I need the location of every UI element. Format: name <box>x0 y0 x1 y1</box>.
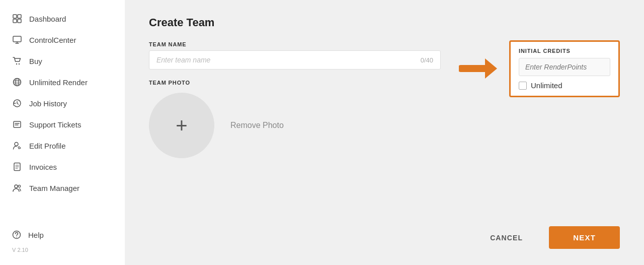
sidebar-item-buy[interactable]: Buy <box>0 50 125 72</box>
svg-rect-0 <box>13 15 17 18</box>
svg-point-6 <box>19 63 20 64</box>
sidebar-item-controlcenter[interactable]: ControlCenter <box>0 29 125 50</box>
sidebar-item-invoices[interactable]: Invoices <box>0 156 125 177</box>
sidebar-item-team-manager[interactable]: Team Manager <box>0 177 125 198</box>
cart-icon <box>12 56 22 66</box>
svg-point-13 <box>18 185 20 187</box>
sidebar-item-unlimited-render[interactable]: Unlimited Render <box>0 72 125 93</box>
sidebar-item-label: Buy <box>29 57 42 65</box>
remove-photo-button[interactable]: Remove Photo <box>230 121 284 130</box>
sidebar-item-edit-profile[interactable]: Edit Profile <box>0 135 125 156</box>
arrow-icon <box>459 54 499 83</box>
sidebar-item-job-history[interactable]: Job History <box>0 93 125 114</box>
next-button[interactable]: NEXT <box>549 226 620 249</box>
svg-rect-9 <box>14 121 21 127</box>
unlimited-label: Unlimited <box>531 81 562 90</box>
unlimited-checkbox[interactable] <box>519 82 527 90</box>
svg-point-12 <box>15 185 18 188</box>
svg-rect-2 <box>13 19 17 23</box>
svg-rect-3 <box>18 19 21 23</box>
sidebar-item-label: Edit Profile <box>29 142 66 150</box>
sidebar-item-label: Invoices <box>29 163 57 171</box>
sidebar-item-label: Support Tickets <box>29 120 81 129</box>
document-icon <box>12 162 22 172</box>
globe-icon <box>12 77 22 87</box>
sidebar-item-label: ControlCenter <box>29 36 76 44</box>
page-title: Create Team <box>149 16 620 29</box>
team-name-input[interactable] <box>156 56 421 64</box>
sidebar-version: V 2.10 <box>0 245 125 257</box>
svg-point-15 <box>16 237 17 238</box>
svg-rect-1 <box>18 15 21 18</box>
credits-box: INITIAL CREDITS Unlimited <box>509 40 620 97</box>
user-edit-icon <box>12 141 22 151</box>
team-name-field-wrapper: 0/40 <box>149 50 441 70</box>
svg-rect-4 <box>13 36 21 42</box>
sidebar-item-label: Unlimited Render <box>29 78 88 87</box>
svg-marker-16 <box>485 58 497 79</box>
credits-area: INITIAL CREDITS Unlimited <box>459 40 620 97</box>
sidebar: Dashboard ControlCenter Buy <box>0 0 125 265</box>
sidebar-item-label: Dashboard <box>29 15 66 23</box>
char-count: 0/40 <box>421 56 433 64</box>
main-content: Create Team TEAM NAME 0/40 TEAM PHOTO + … <box>125 0 644 265</box>
cancel-button[interactable]: CANCEL <box>480 228 533 248</box>
plus-icon: + <box>176 114 187 137</box>
sidebar-item-label: Team Manager <box>29 184 79 192</box>
credits-box-label: INITIAL CREDITS <box>519 48 610 54</box>
grid-icon <box>12 14 22 24</box>
photo-row: + Remove Photo <box>149 93 620 158</box>
unlimited-row: Unlimited <box>519 81 610 90</box>
monitor-icon <box>12 35 22 45</box>
credits-input[interactable] <box>519 58 610 76</box>
sidebar-item-help[interactable]: Help <box>0 225 125 245</box>
sidebar-help-label: Help <box>28 231 44 239</box>
photo-upload-circle[interactable]: + <box>149 93 214 158</box>
list-icon <box>12 119 22 129</box>
users-icon <box>12 183 22 193</box>
sidebar-item-support-tickets[interactable]: Support Tickets <box>0 114 125 135</box>
svg-point-10 <box>15 143 18 146</box>
svg-point-5 <box>16 63 17 64</box>
help-icon <box>12 230 21 239</box>
history-icon <box>12 98 22 108</box>
footer-buttons: CANCEL NEXT <box>480 226 620 249</box>
sidebar-item-dashboard[interactable]: Dashboard <box>0 8 125 29</box>
sidebar-item-label: Job History <box>29 99 67 108</box>
